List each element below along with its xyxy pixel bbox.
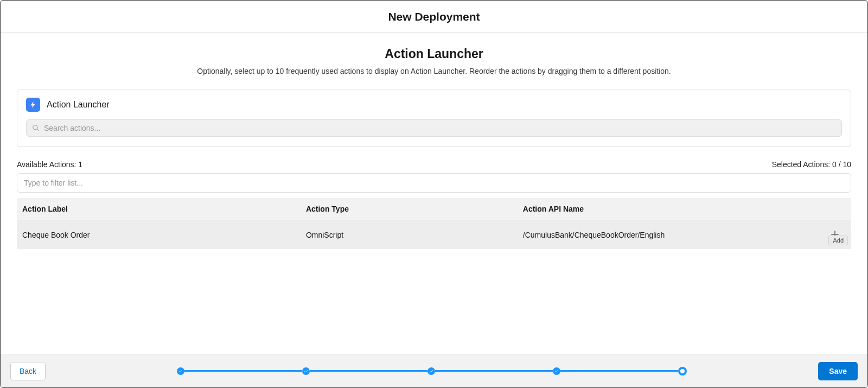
modal-title: New Deployment bbox=[1, 1, 867, 33]
cell-action-label: Cheque Book Order bbox=[17, 220, 301, 250]
col-action-api: Action API Name bbox=[518, 198, 818, 220]
cell-action-type: OmniScript bbox=[301, 220, 518, 250]
progress-step-1[interactable] bbox=[177, 367, 184, 375]
progress-step-2[interactable] bbox=[302, 367, 310, 375]
main-content: Action Launcher Optionally, select up to… bbox=[1, 33, 867, 354]
actions-table: Action Label Action Type Action API Name… bbox=[17, 198, 851, 249]
cell-action-api: /CumulusBank/ChequeBookOrder/English bbox=[518, 220, 818, 250]
launcher-header: Action Launcher bbox=[26, 98, 842, 112]
modal-footer: Back Save bbox=[1, 354, 867, 387]
save-button[interactable]: Save bbox=[818, 362, 858, 380]
progress-line bbox=[184, 370, 302, 372]
search-actions-field[interactable] bbox=[26, 119, 842, 137]
counts-row: Available Actions: 1 Selected Actions: 0… bbox=[17, 160, 851, 169]
col-action-label: Action Label bbox=[17, 198, 301, 220]
section-title: Action Launcher bbox=[17, 47, 851, 61]
progress-step-3[interactable] bbox=[427, 367, 435, 375]
launcher-label: Action Launcher bbox=[47, 100, 110, 110]
available-actions-count: Available Actions: 1 bbox=[17, 160, 82, 169]
filter-list-input[interactable] bbox=[17, 173, 851, 193]
progress-line bbox=[560, 370, 678, 372]
back-button[interactable]: Back bbox=[10, 362, 46, 380]
search-icon bbox=[32, 124, 40, 132]
progress-indicator bbox=[46, 367, 818, 376]
progress-track bbox=[177, 367, 687, 376]
progress-step-4[interactable] bbox=[553, 367, 560, 375]
col-action-type: Action Type bbox=[301, 198, 518, 220]
search-actions-input[interactable] bbox=[44, 124, 836, 132]
selected-actions-count: Selected Actions: 0 / 10 bbox=[772, 160, 851, 169]
progress-line bbox=[310, 370, 427, 372]
section-subtitle: Optionally, select up to 10 frequently u… bbox=[17, 67, 851, 75]
progress-step-5-current[interactable] bbox=[678, 367, 687, 376]
launcher-card: Action Launcher bbox=[17, 90, 851, 147]
table-header-row: Action Label Action Type Action API Name bbox=[17, 198, 851, 220]
add-tooltip: Add bbox=[828, 236, 848, 245]
table-row: Cheque Book Order OmniScript /CumulusBan… bbox=[17, 220, 851, 250]
cell-add: Add bbox=[818, 220, 851, 250]
lightning-icon bbox=[26, 98, 40, 112]
col-add bbox=[818, 198, 851, 220]
progress-line bbox=[435, 370, 553, 372]
